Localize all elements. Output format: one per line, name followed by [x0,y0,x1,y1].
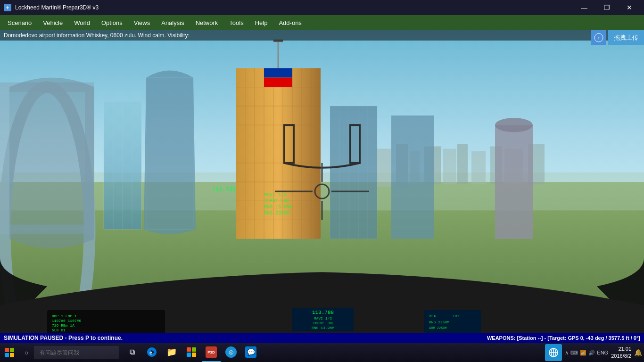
upload-icon-button[interactable]: ↑ [591,30,606,45]
taskbar-system-tray: ∧ ⌨ 📶 🔊 ENG 21:01 2016/8/2 🔔 [545,344,644,361]
svg-rect-88 [192,353,196,357]
svg-text:IDENT   LNK: IDENT LNK [264,198,289,204]
taskbar-prepar3d[interactable]: P3D [202,343,221,362]
svg-text:729 REm 1A: 729 REm 1A [52,323,74,328]
title-bar: ✈ Lockheed Martin® Prepar3D® v3 — ❐ ✕ [0,0,644,15]
menu-views[interactable]: Views [128,17,156,28]
svg-rect-51 [495,125,533,239]
weapons-status: WEAPONS: [Station --] - [Target: GPS 0, … [487,335,640,341]
ticker-text: Domodedovo airport information Whiskey, … [4,32,190,39]
svg-text:IDENT    LNK: IDENT LNK [313,321,333,325]
svg-text:MAVI   1/3: MAVI 1/3 [264,192,287,197]
system-icons: ∧ ⌨ 📶 🔊 ENG [565,350,608,356]
svg-text:1107#0    1107#0: 1107#0 1107#0 [52,319,82,323]
menu-addons[interactable]: Add-ons [273,17,307,28]
maximize-button[interactable]: ❐ [596,0,618,15]
svg-rect-80 [5,348,9,352]
svg-text:RNG   13.9NM: RNG 13.9NM [312,326,334,330]
upload-button[interactable]: 拖拽上传 [608,30,644,45]
info-ticker: Domodedovo airport information Whiskey, … [0,30,644,41]
svg-rect-11 [471,151,486,184]
search-button[interactable]: ○ [19,343,34,362]
svg-text:RNG  13.9NM: RNG 13.9NM [264,205,292,210]
svg-text:234: 234 [429,314,436,318]
clock-date: 2016/8/2 [611,353,631,360]
menu-help[interactable]: Help [249,17,273,28]
svg-text:e: e [149,350,152,355]
window-title: Lockheed Martin® Prepar3D® v3 [15,4,99,11]
svg-text:DMP 1     LMP 1: DMP 1 LMP 1 [52,314,77,318]
title-bar-left: ✈ Lockheed Martin® Prepar3D® v3 [4,4,99,11]
menu-network[interactable]: Network [190,17,224,28]
svg-text:IBT: IBT [453,314,460,318]
close-button[interactable]: ✕ [619,0,640,15]
svg-rect-10 [457,144,468,185]
svg-rect-81 [10,348,14,352]
svg-rect-41 [264,78,292,87]
start-button[interactable] [0,343,19,362]
chevron-up-icon[interactable]: ∧ [565,350,569,356]
app-icon: ✈ [4,4,11,11]
menu-scenario[interactable]: Scenario [2,17,37,28]
svg-text:↑: ↑ [598,35,600,41]
svg-text:113.788: 113.788 [212,187,236,193]
svg-rect-50 [391,115,434,239]
status-bar: SIMULATION PAUSED - Press P to continue.… [0,333,644,343]
svg-rect-40 [264,68,292,78]
svg-text:ARM 2250M: ARM 2250M [429,326,447,330]
taskbar: ○ ⧉ e 📁 [0,343,644,362]
taskbar-cm-app[interactable]: ◎ [222,343,240,362]
svg-rect-85 [187,347,191,352]
taskbar-apps: ⧉ e 📁 [123,343,545,362]
taskbar-task-view[interactable]: ⧉ [123,343,141,362]
menu-analysis[interactable]: Analysis [156,17,190,28]
menu-tools[interactable]: Tools [223,17,249,28]
main-viewport: DMP 1 LMP 1 1107#0 1107#0 729 REm 1A 5L8… [0,30,644,334]
china-connect-icon[interactable] [545,344,562,361]
svg-text:RNG  2250M: RNG 2250M [264,211,289,216]
minimize-button[interactable]: — [573,0,595,15]
svg-point-52 [495,118,533,132]
svg-text:MAVI    1/3: MAVI 1/3 [314,316,332,321]
pause-status: SIMULATION PAUSED - Press P to continue. [4,335,123,341]
windows-logo-icon [4,347,15,358]
window-controls: — ❐ ✕ [573,0,640,15]
clock-time: 21:01 [611,346,631,353]
svg-text:113.788: 113.788 [312,310,334,315]
svg-text:RNG  2250M: RNG 2250M [429,320,449,324]
menu-vehicle[interactable]: Vehicle [37,17,68,28]
system-clock[interactable]: 21:01 2016/8/2 [611,346,631,360]
svg-text:5L8 01: 5L8 01 [52,328,66,332]
keyboard-icon[interactable]: ⌨ [570,350,578,356]
notification-icon[interactable]: 🔔 [634,349,642,356]
taskbar-store[interactable] [182,343,201,362]
svg-rect-5 [377,149,391,187]
svg-rect-83 [10,353,14,357]
menu-options[interactable]: Options [96,17,128,28]
svg-rect-86 [192,347,196,352]
network-icon[interactable]: 📶 [580,350,586,356]
taskbar-file-explorer[interactable]: 📁 [162,343,181,362]
svg-rect-87 [187,353,191,357]
menu-bar: Scenario Vehicle World Options Views Ana… [0,15,644,30]
svg-rect-82 [5,353,9,357]
svg-rect-9 [443,149,456,184]
taskbar-chat-app[interactable]: 💬 [241,343,260,362]
city-scene: DMP 1 LMP 1 1107#0 1107#0 729 REm 1A 5L8… [0,30,644,334]
svg-rect-44 [330,106,377,239]
volume-icon[interactable]: 🔊 [588,350,595,356]
search-input[interactable] [34,346,119,359]
language-label[interactable]: ENG [597,350,608,355]
menu-world[interactable]: World [68,17,96,28]
upload-area: ↑ 拖拽上传 [591,30,644,45]
taskbar-edge[interactable]: e [142,343,161,362]
